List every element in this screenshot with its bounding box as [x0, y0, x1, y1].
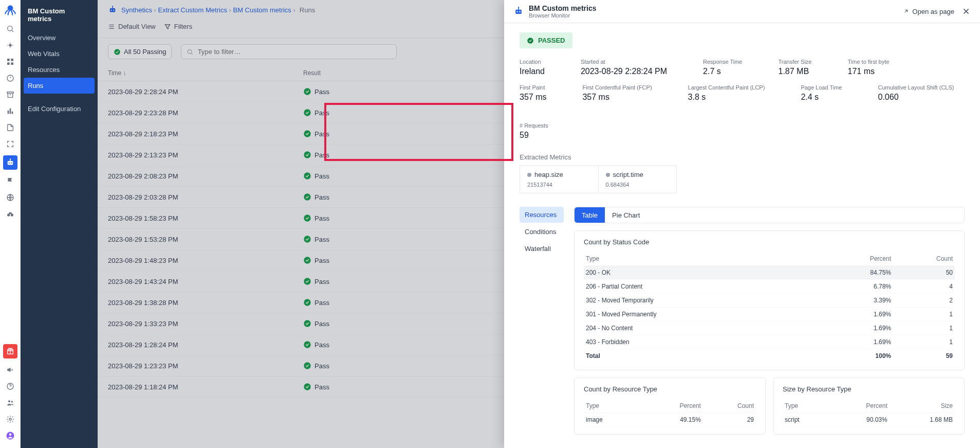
check-circle-icon	[303, 214, 311, 222]
passing-badge-label: All 50 Passing	[124, 48, 166, 56]
svg-point-36	[304, 172, 310, 179]
fullscreen-icon[interactable]	[5, 139, 15, 149]
run-time: 2023-08-29 1:48:23 PM	[108, 257, 303, 264]
sidebar-item[interactable]: Runs	[24, 78, 95, 94]
run-time: 2023-08-29 2:18:23 PM	[108, 130, 303, 138]
gear-icon[interactable]	[5, 414, 15, 424]
extracted-name: heap.size	[527, 171, 591, 178]
breadcrumb-link[interactable]: Synthetics	[121, 6, 152, 14]
col-result[interactable]: Result	[303, 69, 321, 77]
metric-value: 2023-08-29 2:28:24 PM	[581, 67, 667, 76]
metric-cell: First Paint357 ms	[520, 84, 546, 102]
metric-value: Ireland	[520, 67, 545, 76]
svg-rect-8	[7, 92, 13, 94]
check-circle-icon	[303, 172, 311, 180]
globe-icon[interactable]	[5, 192, 15, 203]
extracted-metrics-grid: heap.size21513744script.time0.684364	[520, 165, 677, 193]
svg-point-2	[9, 44, 11, 46]
svg-rect-47	[515, 10, 522, 14]
avatar-icon[interactable]	[5, 431, 15, 441]
svg-rect-4	[11, 59, 13, 61]
sidebar-item[interactable]: Overview	[21, 30, 98, 46]
svg-point-45	[304, 362, 310, 369]
col-time[interactable]: Time ↓	[108, 69, 303, 77]
breadcrumb-link[interactable]: BM Custom metrics	[233, 6, 291, 14]
svg-point-42	[304, 299, 310, 306]
robot-icon	[513, 6, 524, 16]
robot-icon[interactable]	[3, 155, 17, 170]
sidebar-item[interactable]: Edit Configuration	[21, 101, 98, 117]
open-as-page-button[interactable]: Open as page	[903, 8, 954, 15]
grid-icon[interactable]	[5, 57, 15, 67]
metric-label: # Requests	[520, 122, 548, 129]
table-row: 301 - Moved Permanently1.69%1	[584, 308, 955, 321]
metric-value: 357 ms	[582, 93, 652, 102]
passing-badge[interactable]: All 50 Passing	[108, 44, 172, 59]
file-icon[interactable]	[5, 122, 15, 133]
svg-point-43	[304, 320, 310, 327]
close-icon[interactable]	[961, 7, 971, 16]
metric-value: 1.87 MB	[778, 67, 811, 76]
open-as-page-label: Open as page	[912, 8, 954, 15]
size-type-card: Size by Resource Type Type Percent Size …	[773, 378, 965, 435]
svg-point-18	[10, 213, 13, 216]
run-time: 2023-08-29 2:03:28 PM	[108, 193, 303, 201]
filter-input[interactable]	[198, 48, 392, 56]
svg-point-37	[304, 193, 310, 200]
svg-point-39	[304, 236, 310, 242]
svg-rect-26	[110, 8, 116, 12]
logo-icon[interactable]	[4, 3, 17, 13]
gift-icon[interactable]	[3, 344, 17, 359]
search-icon[interactable]	[5, 24, 15, 34]
megaphone-icon[interactable]	[5, 365, 15, 375]
run-result: Pass	[303, 87, 329, 96]
chart-chip[interactable]: Table	[575, 207, 605, 223]
run-result: Pass	[303, 193, 329, 201]
view-tab[interactable]: Resources	[520, 207, 564, 223]
extracted-metric: script.time0.684364	[599, 166, 677, 193]
breadcrumb-link[interactable]: Extract Custom Metrics	[158, 6, 227, 14]
svg-point-50	[518, 7, 520, 8]
run-result: Pass	[303, 341, 329, 349]
run-time: 2023-08-29 1:58:23 PM	[108, 214, 303, 222]
sidebar-item[interactable]: Resources	[21, 62, 98, 78]
table-row: 200 - OK84.75%50	[584, 266, 955, 280]
default-view-button[interactable]: Default View	[108, 23, 156, 30]
run-time: 2023-08-29 1:33:23 PM	[108, 320, 303, 328]
chart-icon[interactable]	[5, 106, 15, 116]
check-circle-icon	[303, 193, 311, 201]
status-badge: PASSED	[520, 32, 572, 48]
chart-chip[interactable]: Pie Chart	[605, 207, 647, 223]
view-tab[interactable]: Waterfall	[520, 241, 564, 257]
svg-point-34	[304, 130, 310, 137]
sidebar-item[interactable]: Web Vitals	[21, 46, 98, 62]
flag-icon[interactable]	[5, 176, 15, 186]
search-input-wrapper[interactable]	[181, 44, 397, 59]
check-circle-icon	[303, 298, 311, 307]
view-tab[interactable]: Conditions	[520, 224, 564, 240]
team-icon[interactable]	[5, 398, 15, 408]
metric-cell: Time to first byte171 ms	[848, 59, 890, 76]
binoculars-icon[interactable]	[5, 209, 15, 219]
table-row: 302 - Moved Temporarily3.39%2	[584, 294, 955, 308]
svg-rect-3	[7, 59, 10, 61]
run-time: 2023-08-29 1:23:23 PM	[108, 362, 303, 370]
check-circle-icon	[527, 37, 534, 44]
run-result: Pass	[303, 235, 329, 243]
detail-panel: BM Custom metrics Browser Monitor Open a…	[504, 0, 980, 448]
svg-point-21	[8, 400, 10, 402]
metric-cell: Transfer Size1.87 MB	[778, 59, 811, 76]
help-icon[interactable]	[5, 381, 15, 391]
run-time: 2023-08-29 1:38:28 PM	[108, 299, 303, 307]
info-icon[interactable]	[5, 73, 15, 83]
run-result: Pass	[303, 172, 329, 180]
filters-button[interactable]: Filters	[164, 23, 192, 30]
svg-point-44	[304, 341, 310, 348]
bug-icon[interactable]	[5, 40, 15, 50]
svg-point-28	[113, 10, 114, 11]
svg-point-25	[9, 434, 11, 436]
svg-point-17	[7, 213, 10, 216]
annotation-highlight	[324, 103, 513, 161]
archive-icon[interactable]	[5, 89, 15, 100]
size-type-table: Type Percent Size script90.03%1.68 MB	[783, 399, 955, 427]
